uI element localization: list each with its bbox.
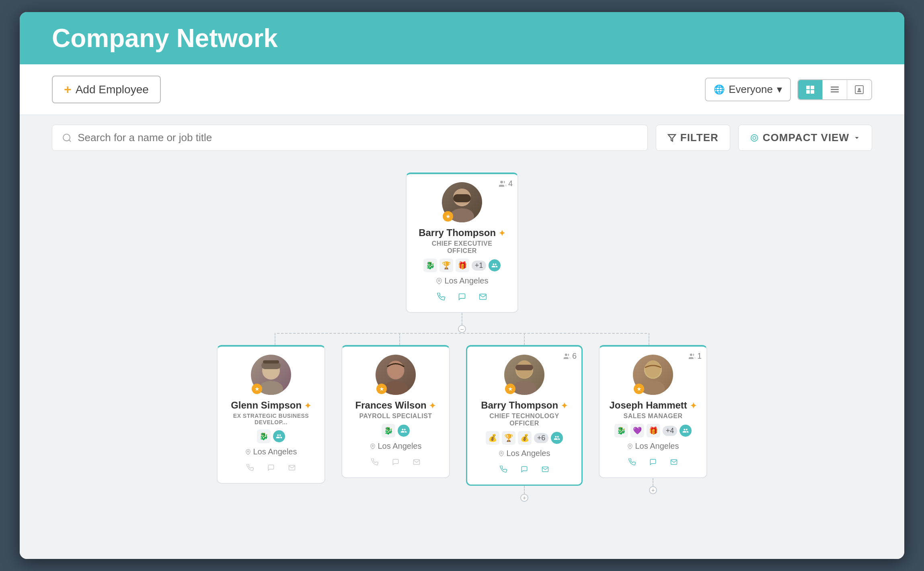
badge-add-person-frances[interactable] bbox=[398, 425, 410, 437]
add-person-icon-joseph bbox=[682, 427, 689, 434]
chat-icon-glenn bbox=[267, 464, 275, 471]
phone-action-barry-cto[interactable] bbox=[496, 462, 511, 477]
employee-card-barry-cto[interactable]: 6 ★ bbox=[466, 345, 583, 486]
card-location-barry-cto: Los Angeles bbox=[499, 449, 550, 458]
drop-2 bbox=[399, 333, 400, 345]
filter-button[interactable]: FILTER bbox=[656, 125, 730, 151]
badge-dragon: 🐉 bbox=[423, 259, 437, 272]
badge-add-person-joseph[interactable] bbox=[680, 425, 692, 437]
svg-point-38 bbox=[629, 445, 631, 447]
employee-card-frances[interactable]: ★ Frances Wilson ✦ PAYROLL SPECIALIST 🐉 bbox=[341, 345, 450, 478]
card-badges-frances: 🐉 bbox=[382, 424, 410, 437]
subordinate-count-joseph: 1 bbox=[688, 351, 702, 361]
grid-view-button[interactable] bbox=[798, 80, 823, 99]
email-action-glenn[interactable] bbox=[285, 460, 299, 475]
badge-coin-barry-cto: 💰 bbox=[486, 431, 499, 445]
svg-point-37 bbox=[645, 360, 661, 378]
cto-expand-connector: + bbox=[520, 486, 528, 502]
add-person-icon-barry-cto bbox=[554, 435, 560, 441]
email-icon-frances bbox=[413, 458, 420, 466]
drop-line-4 bbox=[649, 333, 649, 345]
children-row: ★ Glenn Simpson ✦ EX STRATEGIC BUSINESS … bbox=[217, 345, 707, 502]
person-view-button[interactable] bbox=[847, 80, 871, 99]
add-person-icon-frances bbox=[400, 427, 407, 434]
star-badge-glenn: ★ bbox=[252, 384, 262, 394]
person-icon bbox=[854, 85, 864, 94]
email-action-joseph[interactable] bbox=[667, 455, 681, 469]
svg-point-8 bbox=[63, 134, 70, 141]
subordinate-count-label-root: 4 bbox=[508, 179, 513, 188]
card-name-root: Barry Thompson ✦ bbox=[419, 227, 505, 238]
card-badges-barry-cto: 💰 🏆 💰 +6 bbox=[486, 431, 563, 445]
phone-action-root[interactable] bbox=[434, 290, 448, 304]
svg-rect-2 bbox=[806, 90, 810, 94]
avatar-wrap-frances: ★ bbox=[376, 355, 416, 395]
svg-rect-3 bbox=[811, 90, 814, 94]
star-badge-barry-cto: ★ bbox=[505, 384, 515, 394]
chat-action-frances[interactable] bbox=[388, 455, 403, 469]
card-badges-glenn: 🐉 bbox=[257, 429, 285, 443]
card-actions-root bbox=[434, 290, 490, 304]
drop-line-3 bbox=[524, 333, 525, 345]
svg-point-25 bbox=[384, 381, 408, 395]
email-icon-barry-cto bbox=[542, 466, 549, 473]
chat-action-joseph[interactable] bbox=[646, 455, 660, 469]
people-icon bbox=[499, 180, 507, 188]
chat-action-glenn[interactable] bbox=[264, 460, 278, 475]
drop-line-2 bbox=[399, 333, 400, 345]
compact-view-icon bbox=[750, 134, 759, 142]
everyone-button[interactable]: 🌐 Everyone ▾ bbox=[705, 78, 791, 101]
card-title-frances: PAYROLL SPECIALIST bbox=[359, 413, 432, 420]
card-badges-joseph: 🐉 💜 🎁 +4 bbox=[614, 424, 692, 437]
drop-1 bbox=[275, 333, 275, 345]
employee-card-joseph[interactable]: 1 ★ bbox=[599, 345, 707, 478]
people-icon-joseph bbox=[688, 353, 696, 360]
phone-action-frances[interactable] bbox=[368, 455, 382, 469]
toolbar-right: 🌐 Everyone ▾ bbox=[705, 78, 872, 101]
search-filter-row: FILTER COMPACT VIEW bbox=[20, 115, 904, 160]
location-pin-icon bbox=[436, 278, 442, 284]
star-badge-root: ★ bbox=[443, 211, 453, 222]
add-employee-button[interactable]: + Add Employee bbox=[52, 76, 161, 103]
badge-count: +1 bbox=[472, 261, 487, 271]
card-location-glenn: Los Angeles bbox=[245, 447, 297, 456]
expand-collapse-root[interactable]: – bbox=[458, 325, 466, 333]
everyone-label: Everyone bbox=[729, 83, 773, 96]
badge-add-person-barry-cto[interactable] bbox=[551, 432, 563, 444]
employee-card-glenn[interactable]: ★ Glenn Simpson ✦ EX STRATEGIC BUSINESS … bbox=[217, 345, 325, 484]
card-name-barry-cto: Barry Thompson ✦ bbox=[481, 400, 568, 411]
phone-action-joseph[interactable] bbox=[625, 455, 639, 469]
badge-add-person[interactable] bbox=[489, 259, 501, 271]
phone-action-glenn[interactable] bbox=[243, 460, 257, 475]
people-icon-barry-cto bbox=[563, 353, 571, 360]
search-input[interactable] bbox=[78, 131, 637, 144]
chat-action-root[interactable] bbox=[455, 290, 469, 304]
card-location-joseph: Los Angeles bbox=[627, 442, 679, 451]
chat-icon-barry-cto bbox=[521, 466, 528, 473]
badge-add-person-glenn[interactable] bbox=[273, 430, 285, 442]
employee-card-root[interactable]: 4 ★ Barry Thompson ✦ bbox=[406, 173, 518, 313]
add-person-icon-glenn bbox=[276, 433, 282, 440]
expand-joseph[interactable]: + bbox=[649, 486, 657, 494]
children-connector bbox=[213, 333, 711, 345]
search-icon bbox=[62, 133, 72, 143]
compact-view-chevron-icon bbox=[853, 134, 860, 142]
org-chart-area: 4 ★ Barry Thompson ✦ bbox=[20, 160, 904, 559]
email-action-root[interactable] bbox=[476, 290, 490, 304]
add-person-icon bbox=[491, 262, 498, 269]
svg-marker-10 bbox=[668, 134, 676, 141]
globe-icon: 🌐 bbox=[714, 84, 725, 95]
horizontal-connector-line bbox=[277, 333, 647, 334]
expand-cto[interactable]: + bbox=[520, 494, 528, 502]
location-pin-icon-barry-cto bbox=[499, 451, 504, 456]
chat-action-barry-cto[interactable] bbox=[517, 462, 532, 477]
email-action-barry-cto[interactable] bbox=[538, 462, 552, 477]
card-name-joseph: Joseph Hammett ✦ bbox=[609, 400, 696, 411]
badge-trophy-barry-cto: 🏆 bbox=[502, 431, 515, 445]
email-action-frances[interactable] bbox=[409, 455, 424, 469]
compact-view-button[interactable]: COMPACT VIEW bbox=[738, 125, 872, 151]
card-location-frances: Los Angeles bbox=[370, 442, 422, 451]
list-view-button[interactable] bbox=[823, 80, 847, 99]
search-box bbox=[52, 125, 648, 151]
location-pin-icon-frances bbox=[370, 444, 376, 449]
